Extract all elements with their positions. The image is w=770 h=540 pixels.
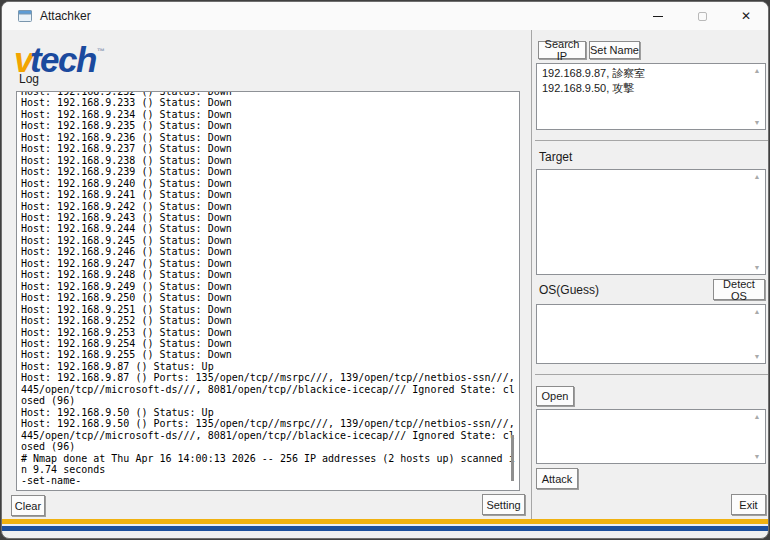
- minimize-icon: [653, 16, 663, 17]
- os-guess-scrollbar[interactable]: ▲ ▼: [751, 308, 763, 360]
- log-label: Log: [19, 72, 39, 86]
- detect-os-button[interactable]: Detect OS: [713, 279, 765, 300]
- setting-button[interactable]: Setting: [482, 494, 525, 515]
- scroll-up-icon[interactable]: ▲: [754, 308, 761, 315]
- log-text: Host: 192.168.9.232 () Status: Down Host…: [21, 91, 519, 487]
- scroll-down-icon[interactable]: ▼: [754, 353, 761, 360]
- scroll-up-icon[interactable]: ▲: [754, 413, 761, 420]
- titlebar: Attachker ✕: [2, 2, 768, 30]
- open-box-scrollbar[interactable]: ▲ ▼: [751, 413, 763, 460]
- log-output[interactable]: Host: 192.168.9.232 () Status: Down Host…: [16, 91, 520, 491]
- scroll-down-icon[interactable]: ▼: [754, 453, 761, 460]
- target-scrollbar[interactable]: ▲ ▼: [751, 173, 763, 271]
- brand-stripe-blue: [2, 526, 768, 531]
- os-guess-box[interactable]: ▲ ▼: [536, 304, 766, 364]
- ip-list-scrollbar[interactable]: ▲ ▼: [751, 67, 763, 126]
- clear-button[interactable]: Clear: [11, 495, 45, 516]
- search-ip-button[interactable]: Search IP: [538, 41, 586, 59]
- separator-line: [535, 374, 769, 375]
- target-label: Target: [539, 150, 572, 164]
- window-title: Attachker: [40, 2, 91, 30]
- ip-list-items[interactable]: 192.168.9.87, 診察室 192.168.9.50, 攻撃: [537, 64, 765, 98]
- log-scrollbar-thumb[interactable]: [511, 435, 514, 481]
- maximize-button[interactable]: [680, 2, 724, 30]
- minimize-button[interactable]: [636, 2, 680, 30]
- app-icon: [18, 9, 32, 23]
- close-button[interactable]: ✕: [724, 2, 768, 30]
- app-window: Attachker ✕ vtech™ Log Host: 192.168.9.2…: [1, 1, 769, 539]
- exit-button[interactable]: Exit: [731, 494, 766, 515]
- os-guess-label: OS(Guess): [539, 283, 599, 297]
- scroll-down-icon[interactable]: ▼: [754, 119, 761, 126]
- panel-separator: [531, 30, 532, 519]
- attack-button[interactable]: Attack: [536, 468, 578, 489]
- separator-line: [535, 140, 769, 141]
- window-controls: ✕: [636, 2, 768, 30]
- target-box[interactable]: ▲ ▼: [536, 169, 766, 275]
- scroll-down-icon[interactable]: ▼: [754, 264, 761, 271]
- close-icon: ✕: [741, 9, 751, 23]
- maximize-icon: [698, 12, 707, 21]
- logo-tech: tech: [30, 40, 96, 79]
- trademark-symbol: ™: [97, 47, 105, 56]
- scroll-up-icon[interactable]: ▲: [754, 67, 761, 74]
- scroll-up-icon[interactable]: ▲: [754, 173, 761, 180]
- set-name-button[interactable]: Set Name: [589, 41, 640, 59]
- ip-list-box[interactable]: 192.168.9.87, 診察室 192.168.9.50, 攻撃 ▲ ▼: [536, 63, 766, 130]
- open-box[interactable]: ▲ ▼: [536, 409, 766, 464]
- open-button[interactable]: Open: [536, 386, 574, 406]
